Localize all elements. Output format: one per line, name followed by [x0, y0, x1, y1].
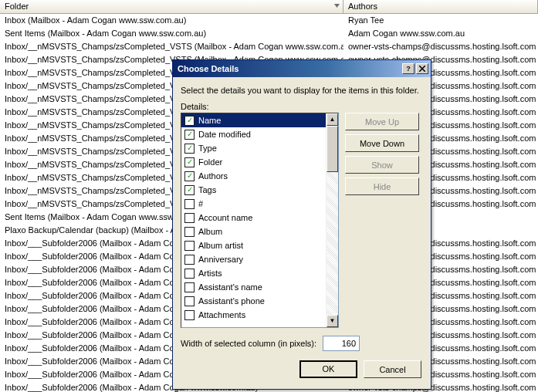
scroll-up-icon[interactable]: ▲: [327, 113, 338, 126]
cell-authors: Adam Cogan www.ssw.com.au: [343, 27, 538, 40]
help-button[interactable]: ?: [402, 63, 414, 74]
list-item[interactable]: #: [181, 197, 326, 211]
scroll-down-icon[interactable]: ▼: [327, 315, 338, 327]
side-buttons: Move Up Move Down Show Hide: [345, 113, 419, 328]
dialog-body: Select the details you want to display f…: [173, 77, 431, 389]
checkbox-icon[interactable]: [184, 296, 195, 306]
hide-button[interactable]: Hide: [345, 177, 419, 195]
list-item[interactable]: Assistant's phone: [181, 294, 326, 308]
checkbox-icon[interactable]: [184, 241, 195, 251]
column-header-label: Folder: [5, 2, 29, 11]
scrollbar[interactable]: ▲ ▼: [326, 113, 338, 327]
list-item-label: #: [198, 197, 203, 211]
sort-desc-icon: [334, 4, 340, 9]
list-item[interactable]: ✓Type: [181, 141, 326, 155]
list-item[interactable]: ✓Name: [181, 113, 326, 127]
list-item-label: Tags: [198, 183, 216, 197]
checkbox-icon[interactable]: ✓: [184, 116, 195, 126]
list-item-label: Assistant's phone: [198, 294, 265, 308]
list-item-label: Name: [198, 113, 221, 127]
cell-folder: Inbox/__nMSVSTS_Champs/zsCompleted_VSTS …: [0, 40, 343, 53]
list-item-label: Artists: [198, 266, 222, 280]
move-down-button[interactable]: Move Down: [345, 134, 419, 152]
cell-authors: Ryan Tee: [343, 14, 538, 27]
grid-header: Folder Authors: [0, 0, 538, 14]
list-item-label: Date modified: [198, 127, 251, 141]
checkbox-icon[interactable]: [184, 199, 195, 209]
table-row[interactable]: Inbox (Mailbox - Adam Cogan www.ssw.com.…: [0, 14, 538, 27]
list-item[interactable]: ✓Tags: [181, 183, 326, 197]
scroll-track[interactable]: [327, 126, 338, 315]
list-item[interactable]: Anniversary: [181, 252, 326, 266]
choose-details-dialog: Choose Details ? Select the details you …: [172, 59, 431, 390]
list-item[interactable]: Album: [181, 225, 326, 238]
checkbox-icon[interactable]: ✓: [184, 144, 195, 154]
checkbox-icon[interactable]: ✓: [184, 157, 195, 167]
column-header-folder[interactable]: Folder: [0, 0, 343, 13]
list-item[interactable]: ✓Folder: [181, 155, 326, 169]
details-listbox[interactable]: ✓Name✓Date modified✓Type✓Folder✓Authors✓…: [181, 113, 339, 328]
table-row[interactable]: Sent Items (Mailbox - Adam Cogan www.ssw…: [0, 27, 538, 40]
list-item[interactable]: Attachments: [181, 308, 326, 322]
scroll-thumb[interactable]: [327, 126, 338, 172]
move-up-button[interactable]: Move Up: [345, 113, 419, 130]
cell-folder: Sent Items (Mailbox - Adam Cogan www.ssw…: [0, 27, 343, 40]
dialog-instruction: Select the details you want to display f…: [181, 85, 423, 96]
close-icon: [419, 66, 425, 72]
checkbox-icon[interactable]: ✓: [184, 130, 195, 140]
dialog-titlebar[interactable]: Choose Details ?: [173, 60, 431, 77]
details-label: Details:: [181, 102, 423, 111]
width-input[interactable]: [323, 336, 360, 351]
list-item-label: Album artist: [198, 238, 243, 252]
show-button[interactable]: Show: [345, 156, 419, 174]
checkbox-icon[interactable]: ✓: [184, 171, 195, 181]
cell-authors: owner-vsts-champs@discussms.hosting.lsof…: [343, 40, 538, 53]
checkbox-icon[interactable]: [184, 269, 195, 279]
list-item[interactable]: Album artist: [181, 238, 326, 252]
table-row[interactable]: Inbox/__nMSVSTS_Champs/zsCompleted_VSTS …: [0, 40, 538, 53]
checkbox-icon[interactable]: ✓: [184, 185, 195, 195]
checkbox-icon[interactable]: [184, 213, 195, 223]
checkbox-icon[interactable]: [184, 255, 195, 265]
dialog-title: Choose Details: [178, 64, 239, 73]
list-item[interactable]: Assistant's name: [181, 280, 326, 294]
column-header-label: Authors: [348, 2, 377, 11]
svg-marker-0: [334, 4, 340, 8]
cancel-button[interactable]: Cancel: [364, 360, 421, 378]
checkbox-icon[interactable]: [184, 310, 195, 320]
list-item-label: Attachments: [198, 308, 245, 322]
list-item-label: Anniversary: [198, 252, 243, 266]
checkbox-icon[interactable]: [184, 227, 195, 237]
width-label: Width of selected column (in pixels):: [181, 339, 316, 348]
list-item[interactable]: ✓Date modified: [181, 127, 326, 141]
list-item[interactable]: Artists: [181, 266, 326, 280]
cell-folder: Inbox (Mailbox - Adam Cogan www.ssw.com.…: [0, 14, 343, 27]
ok-button[interactable]: OK: [299, 360, 357, 378]
column-header-authors[interactable]: Authors: [343, 0, 538, 13]
list-item[interactable]: ✓Authors: [181, 169, 326, 183]
list-item-label: Type: [198, 141, 217, 155]
list-item-label: Authors: [198, 169, 228, 183]
list-item-label: Album: [198, 225, 222, 238]
checkbox-icon[interactable]: [184, 282, 195, 292]
list-item-label: Assistant's name: [198, 280, 262, 294]
close-button[interactable]: [416, 63, 428, 74]
list-item-label: Folder: [198, 155, 222, 169]
list-item-label: Account name: [198, 211, 252, 225]
list-item[interactable]: Account name: [181, 211, 326, 225]
